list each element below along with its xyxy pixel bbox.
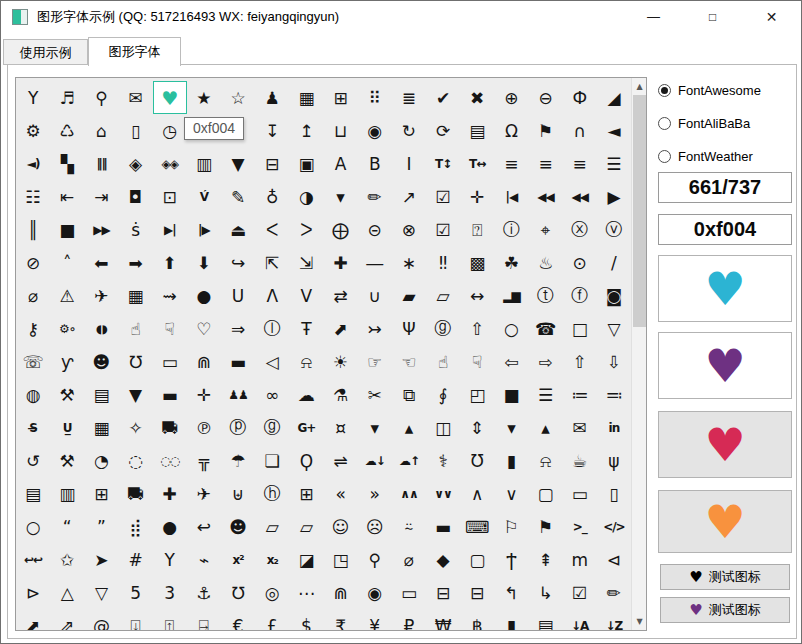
grid-icon-github[interactable]: ☻ xyxy=(84,345,118,378)
grid-icon-adjust[interactable]: ◑ xyxy=(289,180,323,213)
grid-icon-retweet[interactable]: ⇄ xyxy=(324,279,358,312)
grid-icon-random[interactable]: ⇝ xyxy=(153,279,187,312)
grid-icon-share-square-o[interactable]: ↗ xyxy=(392,180,426,213)
vertical-scrollbar[interactable]: ▲ ▼ xyxy=(631,78,646,630)
grid-icon-tasks[interactable]: ▤ xyxy=(84,378,118,411)
grid-icon-eur[interactable]: € xyxy=(221,609,255,631)
grid-icon-headphones[interactable]: ∩ xyxy=(563,114,597,147)
grid-icon-building-o[interactable]: ▥ xyxy=(50,477,84,510)
grid-icon-bookmark-o[interactable]: ▽ xyxy=(597,312,631,345)
grid-icon-tint[interactable]: ▾ xyxy=(324,180,358,213)
grid-icon-hand-o-up[interactable]: ☝ xyxy=(426,345,460,378)
grid-icon-arrow-circle-left[interactable]: ⇦ xyxy=(494,345,528,378)
grid-icon-plus[interactable]: ✚ xyxy=(324,246,358,279)
grid-icon-list-ol[interactable]: ≕ xyxy=(597,378,631,411)
grid-icon-exchange[interactable]: ⇌ xyxy=(324,444,358,477)
grid-icon-certificate[interactable]: ☀ xyxy=(324,345,358,378)
grid-icon-microphone-slash[interactable]: ⌀ xyxy=(392,543,426,576)
grid-icon-arrow-left[interactable]: ⬅ xyxy=(84,246,118,279)
grid-icon-glyph-f03f[interactable]: V́ xyxy=(187,180,221,213)
grid-icon-music[interactable]: ♬ xyxy=(50,81,84,114)
grid-icon-flag-o[interactable]: ⚐ xyxy=(494,510,528,543)
grid-icon-expand[interactable]: ⇱ xyxy=(255,246,289,279)
radio-unselected-icon[interactable] xyxy=(658,117,671,130)
maximize-button[interactable]: □ xyxy=(683,1,742,33)
grid-icon-glass[interactable]: Y xyxy=(16,81,50,114)
radio-unselected-icon[interactable] xyxy=(658,150,671,163)
grid-icon-meh-o[interactable]: ⍨ xyxy=(392,510,426,543)
grid-icon-facebook-square[interactable]: ⓕ xyxy=(563,279,597,312)
grid-icon-puzzle-piece[interactable]: ◳ xyxy=(324,543,358,576)
grid-icon-envelope-o[interactable]: ✉ xyxy=(119,81,153,114)
grid-icon-sort-alpha-desc[interactable]: ↓Z xyxy=(597,609,631,631)
grid-icon-search-minus[interactable]: ⊖ xyxy=(529,81,563,114)
grid-icon-folder-open[interactable]: ▱ xyxy=(426,279,460,312)
grid-icon-folder[interactable]: ▰ xyxy=(392,279,426,312)
grid-icon-css3[interactable]: 3 xyxy=(153,576,187,609)
grid-icon-briefcase[interactable]: ▬ xyxy=(153,378,187,411)
radio-fontalibaba[interactable]: FontAliBaBa xyxy=(658,115,750,131)
grid-icon-level-up[interactable]: ↰ xyxy=(494,576,528,609)
grid-icon-filter[interactable]: ▼ xyxy=(119,378,153,411)
grid-icon-question-circle[interactable]: ⍰ xyxy=(460,213,494,246)
grid-icon-bold[interactable]: B xyxy=(358,147,392,180)
grid-icon-chevron-circle-right[interactable]: ⊳ xyxy=(16,576,50,609)
grid-icon-rss[interactable]: ⋒ xyxy=(187,345,221,378)
grid-icon-hospital-o[interactable]: ⊞ xyxy=(84,477,118,510)
grid-icon-camera[interactable]: ▣ xyxy=(289,147,323,180)
grid-icon-columns[interactable]: ◫ xyxy=(426,411,460,444)
grid-icon-volume-off[interactable]: ◄ xyxy=(597,114,631,147)
grid-icon-link[interactable]: ∞ xyxy=(255,378,289,411)
grid-icon-user-md[interactable]: ⚕ xyxy=(426,444,460,477)
grid-icon-arrow-circle-up[interactable]: ⇧ xyxy=(563,345,597,378)
grid-icon-level-down[interactable]: ↳ xyxy=(529,576,563,609)
grid-icon-volume-up[interactable]: ◄) xyxy=(16,147,50,180)
grid-icon-unlock[interactable]: ℧ xyxy=(119,345,153,378)
grid-icon-subscript[interactable]: x₂ xyxy=(255,543,289,576)
grid-icon-map-marker[interactable]: ♁ xyxy=(255,180,289,213)
grid-icon-info-circle[interactable]: ⓘ xyxy=(494,213,528,246)
grid-icon-html5[interactable]: 5 xyxy=(119,576,153,609)
grid-icon-code-fork[interactable]: Y xyxy=(153,543,187,576)
grid-icon-ambulance[interactable]: ⛟ xyxy=(119,477,153,510)
grid-icon-user[interactable]: ♟ xyxy=(255,81,289,114)
grid-icon-mail-forward[interactable]: ↪ xyxy=(221,246,255,279)
grid-icon-reply[interactable]: ↩ xyxy=(187,510,221,543)
grid-icon-wrench[interactable]: ⚒ xyxy=(50,378,84,411)
grid-icon-microphone[interactable]: ⚲ xyxy=(358,543,392,576)
grid-icon-code[interactable]: </> xyxy=(597,510,631,543)
grid-icon-bars[interactable]: ☰ xyxy=(529,378,563,411)
grid-icon-sort[interactable]: ⇕ xyxy=(460,411,494,444)
grid-icon-external-link-square[interactable]: ⬈ xyxy=(16,609,50,631)
grid-icon-minus-square-o[interactable]: ⊟ xyxy=(460,576,494,609)
grid-icon-umbrella[interactable]: ☂ xyxy=(221,444,255,477)
grid-icon-clipboard[interactable]: ❏ xyxy=(255,444,289,477)
grid-icon-glyph-f06f[interactable]: / xyxy=(597,246,631,279)
test-icon-button-1[interactable]: ♥测试图标 xyxy=(660,564,790,590)
radio-fontawesome[interactable]: FontAwesome xyxy=(658,82,761,98)
grid-icon-twitter-square[interactable]: ⓣ xyxy=(529,279,563,312)
grid-icon-sitemap[interactable]: ╦ xyxy=(187,444,221,477)
grid-icon-glyph-f04f[interactable]: ṡ xyxy=(119,213,153,246)
grid-icon-plus-circle[interactable]: ⨁ xyxy=(324,213,358,246)
grid-icon-eject[interactable]: ⏏ xyxy=(221,213,255,246)
grid-icon-ellipsis-h[interactable]: ⋯ xyxy=(289,576,323,609)
grid-icon-cloud[interactable]: ☁ xyxy=(289,378,323,411)
grid-icon-outdent[interactable]: ⇤ xyxy=(50,180,84,213)
grid-icon-arrows[interactable]: ✛ xyxy=(460,180,494,213)
grid-icon-gamepad[interactable]: ▬ xyxy=(426,510,460,543)
grid-icon-tablet[interactable]: ▯ xyxy=(597,477,631,510)
grid-icon-pinterest-square[interactable]: ⓟ xyxy=(221,411,255,444)
grid-icon-align-justify[interactable]: ☰ xyxy=(597,147,631,180)
grid-icon-flag[interactable]: ⚑ xyxy=(529,114,563,147)
grid-icon-plus-square[interactable]: ⊞ xyxy=(289,477,323,510)
grid-icon-qrcode[interactable]: ▚ xyxy=(50,147,84,180)
grid-icon-compass[interactable]: @ xyxy=(84,609,118,631)
grid-icon-desktop[interactable]: ▢ xyxy=(529,477,563,510)
grid-icon-unlock-alt[interactable]: ℧ xyxy=(221,576,255,609)
grid-icon-arrow-down[interactable]: ⬇ xyxy=(187,246,221,279)
grid-icon-arrow-circle-o-down[interactable]: ↧ xyxy=(255,114,289,147)
grid-icon-google-plus-square[interactable]: ⓖ xyxy=(255,411,289,444)
tab-usage-example[interactable]: 使用示例 xyxy=(3,39,88,65)
grid-icon-quote-left[interactable]: “ xyxy=(50,510,84,543)
